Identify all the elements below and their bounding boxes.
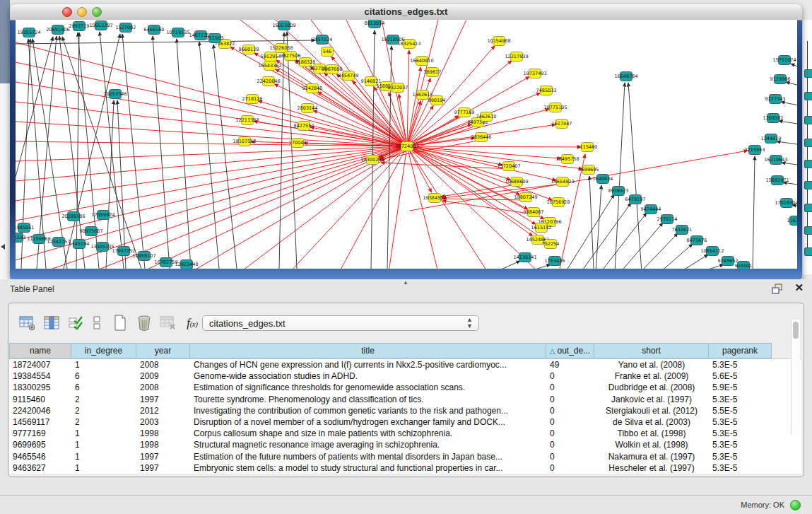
column-header-in_degree[interactable]: in_degree xyxy=(71,343,136,358)
table-cell[interactable]: Estimation of the future numbers of pati… xyxy=(190,452,546,462)
table-cell[interactable]: Wolkin et al. (1998) xyxy=(594,440,709,450)
function-builder-icon[interactable]: f(x) xyxy=(182,313,202,333)
table-row[interactable]: 911546021997Tourette syndrome. Phenomeno… xyxy=(9,394,801,405)
table-row[interactable]: 1830029562008Estimation of significance … xyxy=(9,382,801,393)
table-cell[interactable]: 49 xyxy=(546,360,594,370)
table-row[interactable]: 1872400712008Changes of HCN gene express… xyxy=(9,359,801,370)
table-cell[interactable]: 22420046 xyxy=(9,406,71,416)
table-cell[interactable]: 5.3E-5 xyxy=(709,440,772,450)
table-cell[interactable]: 6 xyxy=(71,371,136,381)
table-cell[interactable]: 19384554 xyxy=(9,371,71,381)
table-cell[interactable]: Dudbridge et al. (2008) xyxy=(594,382,709,392)
table-cell[interactable]: 5.3E-5 xyxy=(709,360,772,370)
table-cell[interactable]: 2003 xyxy=(136,417,190,427)
table-cell[interactable]: Tourette syndrome. Phenomenology and cla… xyxy=(190,395,546,404)
splitter-handle-icon[interactable]: ▲ xyxy=(400,280,411,286)
show-columns-icon[interactable] xyxy=(42,313,61,333)
network-window-titlebar[interactable]: citations_edges.txt xyxy=(10,4,802,21)
delete-column-icon[interactable] xyxy=(134,313,154,333)
table-cell[interactable]: 2 xyxy=(71,406,136,416)
new-column-icon[interactable] xyxy=(110,313,130,333)
table-cell[interactable]: 5.3E-5 xyxy=(709,395,772,404)
table-cell[interactable]: 0 xyxy=(546,406,594,416)
table-cell[interactable]: 9463627 xyxy=(9,463,71,473)
table-cell[interactable]: 5.3E-5 xyxy=(709,428,772,438)
table-cell[interactable]: Investigating the contribution of common… xyxy=(190,406,546,416)
column-header-out_de[interactable]: △out_de... xyxy=(546,343,594,358)
table-cell[interactable]: 2 xyxy=(71,417,136,427)
table-cell[interactable]: 0 xyxy=(546,371,594,381)
table-cell[interactable]: 1997 xyxy=(136,463,190,473)
table-selector-dropdown[interactable]: citations_edges.txt ▲▼ xyxy=(202,315,479,331)
table-cell[interactable]: 5.9E-5 xyxy=(709,382,772,392)
table-cell[interactable]: 2 xyxy=(71,395,136,404)
table-cell[interactable]: 1 xyxy=(71,360,136,370)
table-cell[interactable]: Genome-wide association studies in ADHD. xyxy=(190,371,546,381)
table-cell[interactable]: Tibbo et al. (1998) xyxy=(594,428,709,438)
table-row[interactable]: 946554611997Estimation of the future num… xyxy=(9,451,801,462)
table-cell[interactable]: Corpus callosum shape and size in male p… xyxy=(190,428,546,438)
table-cell[interactable]: 1 xyxy=(71,452,136,462)
float-panel-icon[interactable] xyxy=(771,284,784,294)
table-mode-icon[interactable] xyxy=(18,313,37,333)
table-cell[interactable]: 1997 xyxy=(136,395,190,404)
table-cell[interactable]: Estimation of significance thresholds fo… xyxy=(190,382,546,392)
close-panel-icon[interactable]: ✕ xyxy=(794,281,804,294)
table-cell[interactable]: 0 xyxy=(546,440,594,450)
table-cell[interactable]: 1997 xyxy=(136,452,190,462)
network-canvas[interactable]: 7163822866012859129541522605898275068186… xyxy=(16,20,797,269)
table-cell[interactable]: 9115460 xyxy=(9,395,71,404)
table-cell[interactable]: 18300295 xyxy=(9,382,71,392)
table-cell[interactable]: 9777169 xyxy=(9,428,71,438)
table-cell[interactable]: Nakamura et al. (1997) xyxy=(594,452,709,462)
table-cell[interactable]: Structural magnetic resonance image aver… xyxy=(190,440,546,450)
table-cell[interactable]: 18724007 xyxy=(9,360,71,370)
table-row[interactable]: 969969511998Structural magnetic resonanc… xyxy=(9,439,801,450)
table-cell[interactable]: 1 xyxy=(71,428,136,438)
table-cell[interactable]: Yano et al. (2008) xyxy=(594,360,709,370)
table-cell[interactable]: Hescheler et al. (1997) xyxy=(594,463,709,473)
table-row[interactable]: 1456911722003Disruption of a novel membe… xyxy=(9,416,801,428)
column-header-name[interactable]: name xyxy=(9,343,71,358)
select-all-rows-icon[interactable] xyxy=(66,313,86,333)
table-cell[interactable]: Franke et al. (2009) xyxy=(594,371,709,381)
table-cell[interactable]: 0 xyxy=(546,382,594,392)
table-cell[interactable]: 6 xyxy=(71,382,136,392)
table-cell[interactable]: 14569117 xyxy=(9,417,71,427)
table-cell[interactable]: 1 xyxy=(71,463,136,473)
table-cell[interactable]: 1 xyxy=(71,440,136,450)
table-cell[interactable]: 5.3E-5 xyxy=(709,452,772,462)
table-row[interactable]: 977716911998Corpus callosum shape and si… xyxy=(9,428,801,439)
table-cell[interactable]: 9699695 xyxy=(9,440,71,450)
table-cell[interactable]: 9465546 xyxy=(9,452,71,462)
table-row[interactable]: 1938455462009Genome-wide association stu… xyxy=(9,370,801,382)
table-cell[interactable]: 5.3E-5 xyxy=(709,463,772,473)
column-header-short[interactable]: short xyxy=(594,343,709,358)
table-cell[interactable]: Changes of HCN gene expression and I(f) … xyxy=(190,360,546,370)
table-cell[interactable]: 0 xyxy=(546,395,594,404)
clear-selection-icon[interactable] xyxy=(87,313,107,333)
table-cell[interactable]: 2008 xyxy=(136,360,190,370)
table-cell[interactable]: 0 xyxy=(546,417,594,427)
table-cell[interactable]: 5.6E-5 xyxy=(709,371,772,381)
column-header-title[interactable]: title xyxy=(190,343,546,358)
table-cell[interactable]: de Silva et al. (2003) xyxy=(594,417,709,427)
table-scrollbar[interactable] xyxy=(791,320,800,435)
table-cell[interactable]: 0 xyxy=(546,463,594,473)
table-cell[interactable]: 2008 xyxy=(136,382,190,392)
table-cell[interactable]: 1998 xyxy=(136,428,190,438)
table-cell[interactable]: 2012 xyxy=(136,406,190,416)
table-cell[interactable]: 5.5E-5 xyxy=(709,406,772,416)
table-cell[interactable]: Jankovic et al. (1997) xyxy=(594,395,709,404)
table-cell[interactable]: Disruption of a novel member of a sodium… xyxy=(190,417,546,427)
table-cell[interactable]: 2009 xyxy=(136,371,190,381)
table-row[interactable]: 2242004622012Investigating the contribut… xyxy=(9,405,801,416)
column-header-year[interactable]: year xyxy=(136,343,190,358)
table-cell[interactable]: Embryonic stem cells: a model to study s… xyxy=(190,463,546,473)
column-header-pagerank[interactable]: pagerank xyxy=(709,343,772,358)
table-cell[interactable]: 5.3E-5 xyxy=(709,417,772,427)
table-cell[interactable]: 0 xyxy=(546,452,594,462)
scrollbar-thumb[interactable] xyxy=(793,322,799,339)
table-row[interactable]: 946362711997Embryonic stem cells: a mode… xyxy=(9,462,801,474)
table-cell[interactable]: 1998 xyxy=(136,440,190,450)
